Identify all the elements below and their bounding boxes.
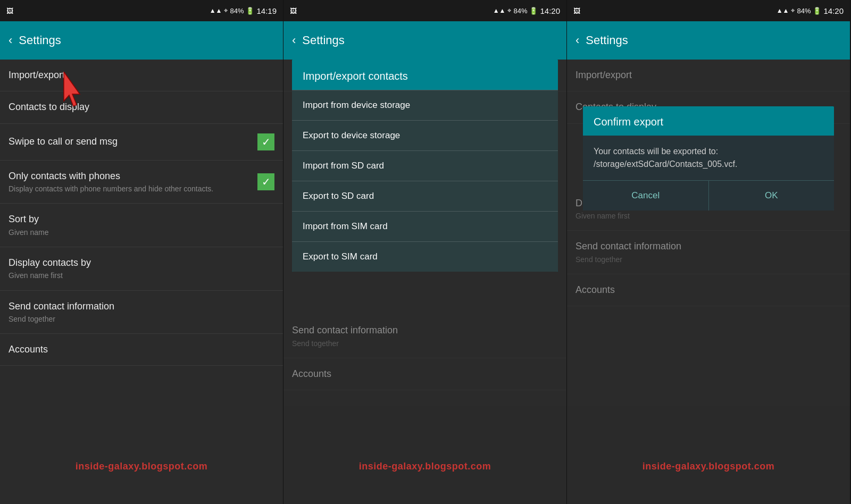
app-title-3: Settings bbox=[586, 33, 628, 47]
dialog-item-export-sd[interactable]: Export to SD card bbox=[292, 181, 558, 211]
app-bar-2: ‹ Settings bbox=[283, 21, 566, 60]
settings-item-send-info-3: Send contact information Send together bbox=[567, 231, 850, 274]
clock: 14:19 bbox=[256, 6, 277, 15]
app-title-2: Settings bbox=[302, 33, 345, 47]
dialog-item-import-sim[interactable]: Import from SIM card bbox=[292, 211, 558, 241]
dialog-item-export-sim[interactable]: Export to SIM card bbox=[292, 241, 558, 272]
back-button-3[interactable]: ‹ bbox=[575, 33, 579, 47]
dialog-item-import-device[interactable]: Import from device storage bbox=[292, 90, 558, 120]
wifi-icon-3: ⌖ bbox=[791, 6, 795, 15]
clock-2: 14:20 bbox=[540, 6, 560, 15]
screenshot-icon-2: 🖼 bbox=[290, 7, 297, 15]
app-bar-3: ‹ Settings bbox=[567, 21, 850, 60]
settings-item-section-3: Import/export bbox=[567, 60, 850, 91]
status-right-3: ▲▲ ⌖ 84% 🔋 14:20 bbox=[777, 6, 844, 15]
screenshot-icon: 🖼 bbox=[6, 7, 13, 15]
wifi-icon-2: ⌖ bbox=[507, 6, 511, 15]
confirm-buttons: Cancel OK bbox=[583, 180, 834, 211]
settings-item-accounts-3: Accounts bbox=[567, 274, 850, 306]
battery-percent: 84% bbox=[230, 7, 244, 15]
settings-item-sort-by[interactable]: Sort by Given name bbox=[0, 204, 283, 247]
battery-icon-3: 🔋 bbox=[813, 7, 821, 15]
panel-2: 🖼 ▲▲ ⌖ 84% 🔋 14:20 ‹ Settings Import/exp… bbox=[283, 0, 567, 504]
status-bar-2: 🖼 ▲▲ ⌖ 84% 🔋 14:20 bbox=[283, 0, 566, 21]
dialog-header: Import/export contacts bbox=[292, 60, 558, 90]
ok-button[interactable]: OK bbox=[709, 181, 835, 211]
settings-item-below-2: Accounts bbox=[283, 358, 566, 390]
signal-icon-3: ▲▲ bbox=[777, 7, 789, 14]
battery-icon-2: 🔋 bbox=[529, 7, 538, 15]
settings-item-below-1: Send contact information Send together bbox=[283, 315, 566, 358]
settings-item-contacts-display[interactable]: Contacts to display bbox=[0, 91, 283, 123]
clock-3: 14:20 bbox=[823, 6, 844, 15]
back-button-2[interactable]: ‹ bbox=[292, 33, 296, 47]
battery-percent-2: 84% bbox=[513, 7, 527, 15]
status-left-1: 🖼 bbox=[6, 7, 13, 15]
status-bar-1: 🖼 ▲▲ ⌖ 84% 🔋 14:19 bbox=[0, 0, 283, 21]
settings-item-import-export[interactable]: Import/export bbox=[0, 60, 283, 91]
status-right-2: ▲▲ ⌖ 84% 🔋 14:20 bbox=[493, 6, 560, 15]
settings-item-swipe-call[interactable]: Swipe to call or send msg ✓ bbox=[0, 124, 283, 161]
dialog-item-export-device[interactable]: Export to device storage bbox=[292, 120, 558, 150]
signal-icon: ▲▲ bbox=[210, 7, 222, 14]
confirm-body: Your contacts will be exported to: /stor… bbox=[583, 136, 834, 180]
panel-3: 🖼 ▲▲ ⌖ 84% 🔋 14:20 ‹ Settings Import/exp… bbox=[567, 0, 850, 504]
cancel-button[interactable]: Cancel bbox=[583, 181, 709, 211]
status-left-2: 🖼 bbox=[290, 7, 297, 15]
settings-item-only-phones[interactable]: Only contacts with phones Display contac… bbox=[0, 161, 283, 204]
battery-percent-3: 84% bbox=[797, 7, 811, 15]
confirm-dialog: Confirm export Your contacts will be exp… bbox=[583, 106, 834, 211]
settings-item-send-info[interactable]: Send contact information Send together bbox=[0, 291, 283, 334]
signal-icon-2: ▲▲ bbox=[493, 7, 506, 14]
import-export-dialog: Import/export contacts Import from devic… bbox=[292, 60, 558, 272]
only-phones-checkbox[interactable]: ✓ bbox=[257, 173, 274, 190]
status-bar-3: 🖼 ▲▲ ⌖ 84% 🔋 14:20 bbox=[567, 0, 850, 21]
dialog-item-import-sd[interactable]: Import from SD card bbox=[292, 150, 558, 181]
app-bar-1: ‹ Settings bbox=[0, 21, 283, 60]
settings-item-accounts[interactable]: Accounts bbox=[0, 334, 283, 366]
settings-list-1: Import/export Contacts to display Swipe … bbox=[0, 60, 283, 504]
confirm-title: Confirm export bbox=[583, 106, 834, 136]
back-button-1[interactable]: ‹ bbox=[9, 33, 12, 47]
wifi-icon: ⌖ bbox=[224, 6, 228, 15]
panel-1: 🖼 ▲▲ ⌖ 84% 🔋 14:19 ‹ Settings Import/exp… bbox=[0, 0, 283, 504]
swipe-call-checkbox[interactable]: ✓ bbox=[257, 133, 274, 150]
app-title-1: Settings bbox=[19, 33, 61, 47]
battery-icon: 🔋 bbox=[246, 7, 254, 15]
status-right-1: ▲▲ ⌖ 84% 🔋 14:19 bbox=[210, 6, 277, 15]
screenshot-icon-3: 🖼 bbox=[573, 7, 580, 15]
status-left-3: 🖼 bbox=[573, 7, 580, 15]
settings-item-display-by[interactable]: Display contacts by Given name first bbox=[0, 247, 283, 291]
